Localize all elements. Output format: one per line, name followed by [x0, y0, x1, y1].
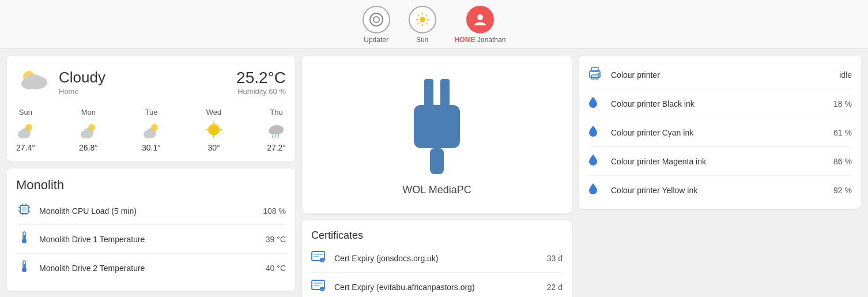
cert-row-1: ✓ Cert Expiry (evitabu.africanpastors.or…	[311, 273, 563, 297]
plug-icon	[397, 73, 477, 177]
forecast-icon-tue	[142, 119, 160, 141]
svg-point-1	[373, 17, 379, 22]
weather-header: Cloudy Home 25.2°C Humidity 60 %	[16, 65, 286, 99]
printer-black-label: Colour printer Black ink	[611, 99, 827, 108]
svg-rect-63	[314, 285, 319, 286]
person-icon	[473, 12, 488, 27]
printer-row-magenta: Colour printer Magenta ink 86 %	[588, 147, 852, 176]
svg-point-11	[477, 14, 483, 20]
metric-row-drive2: Monolith Drive 2 Temperature 40 °C	[16, 254, 286, 282]
printer-magenta-label: Colour printer Magenta ink	[611, 157, 827, 166]
svg-point-18	[18, 130, 26, 138]
nav-item-jonathan[interactable]: HOME Jonathan	[455, 6, 506, 44]
printer-icon	[588, 67, 604, 82]
forecast-day-name-0: Sun	[19, 108, 32, 116]
printer-yellow-value: 92 %	[833, 186, 852, 195]
svg-rect-54	[414, 105, 460, 148]
svg-rect-57	[314, 254, 323, 255]
cpu-value: 108 %	[263, 206, 286, 216]
temperature-value: 25.2°C	[236, 69, 286, 87]
wol-label: WOL MediaPC	[402, 184, 471, 196]
svg-rect-51	[24, 264, 25, 269]
svg-point-22	[88, 124, 95, 131]
cert-value-1: 22 d	[547, 283, 563, 292]
svg-rect-52	[424, 79, 433, 108]
cert-icon-1: ✓	[311, 280, 327, 294]
forecast-day-name-4: Thu	[270, 108, 282, 116]
nav-item-updater[interactable]: Updater	[363, 6, 390, 44]
svg-point-69	[598, 73, 599, 75]
cert-row-0: ✓ Cert Expiry (jonsdocs.org.uk) 33 d	[311, 244, 563, 273]
svg-line-8	[426, 23, 427, 24]
jonathan-label: HOME Jonathan	[455, 36, 506, 44]
svg-point-2	[420, 17, 425, 22]
wol-card[interactable]: WOL MediaPC	[302, 56, 572, 213]
printer-row-cyan: Colour printer Cyan ink 61 %	[588, 118, 852, 147]
weather-card: Cloudy Home 25.2°C Humidity 60 % Sun 27.…	[7, 56, 295, 161]
svg-rect-37	[22, 207, 27, 212]
middle-column: WOL MediaPC Certificates ✓ Cert Expiry (…	[302, 56, 572, 297]
left-column: Cloudy Home 25.2°C Humidity 60 % Sun 27.…	[7, 56, 295, 297]
home-badge: HOME	[455, 36, 475, 44]
printer-row-black: Colour printer Black ink 18 %	[588, 89, 852, 118]
nav-item-sun[interactable]: Sun	[409, 6, 436, 44]
cert-label-1: Cert Expiry (evitabu.africanpastors.org)	[334, 283, 540, 292]
sun-icon-circle	[409, 6, 436, 33]
svg-rect-48	[24, 235, 25, 240]
svg-line-35	[278, 134, 279, 138]
ink-drop-black-icon	[588, 96, 604, 111]
printer-yellow-label: Colour printer Yellow ink	[611, 186, 827, 195]
forecast-day-name-2: Tue	[145, 108, 157, 116]
forecast-temp-0: 27.4°	[16, 143, 35, 152]
metric-row-drive1: Monolith Drive 1 Temperature 39 °C	[16, 225, 286, 254]
ink-drop-cyan-icon	[588, 125, 604, 140]
svg-point-21	[81, 130, 89, 138]
printer-cyan-label: Colour printer Cyan ink	[611, 128, 827, 137]
updater-icon-circle	[363, 6, 390, 33]
drive2-label: Monolith Drive 2 Temperature	[39, 264, 259, 273]
certificates-card: Certificates ✓ Cert Expiry (jonsdocs.org…	[302, 220, 572, 297]
svg-point-19	[25, 124, 32, 131]
svg-rect-58	[314, 256, 319, 257]
forecast-day-tue: Tue 30.1°	[142, 108, 161, 152]
weather-location-text: Cloudy Home	[59, 69, 105, 96]
thermometer-icon-1	[16, 231, 32, 247]
updater-icon	[369, 12, 384, 27]
sun-label: Sun	[416, 36, 428, 44]
svg-point-16	[33, 77, 47, 88]
cpu-icon	[16, 203, 32, 219]
forecast-temp-2: 30.1°	[142, 143, 161, 152]
svg-line-34	[275, 134, 276, 138]
printer-row-yellow: Colour printer Yellow ink 92 %	[588, 176, 852, 204]
svg-rect-62	[314, 283, 323, 284]
right-column: Colour printer idle Colour printer Black…	[579, 56, 861, 297]
cert-value-0: 33 d	[547, 254, 563, 263]
printer-magenta-value: 86 %	[833, 157, 852, 166]
cert-label-0: Cert Expiry (jonsdocs.org.uk)	[334, 254, 540, 263]
svg-line-10	[418, 23, 419, 24]
top-navigation: Updater Sun HOME Jon	[0, 0, 868, 49]
svg-rect-53	[440, 79, 450, 108]
printer-row-status: Colour printer idle	[588, 61, 852, 89]
ink-drop-magenta-icon	[588, 153, 604, 169]
svg-point-26	[208, 124, 220, 136]
drive1-label: Monolith Drive 1 Temperature	[39, 235, 259, 244]
svg-point-24	[144, 130, 152, 138]
forecast-icon-sun	[16, 119, 35, 141]
certificates-title: Certificates	[311, 230, 563, 242]
humidity-value: Humidity 60 %	[236, 87, 286, 96]
jonathan-icon-circle	[466, 6, 494, 33]
weather-home-label: Home	[59, 87, 79, 96]
forecast-temp-4: 27.2°	[267, 143, 286, 152]
sun-icon	[415, 12, 430, 27]
cert-icon-0: ✓	[311, 251, 327, 265]
forecast-temp-1: 26.8°	[79, 143, 98, 152]
forecast-day-name-3: Wed	[206, 108, 222, 116]
forecast-day-sun: Sun 27.4°	[16, 108, 35, 152]
cpu-label: Monolith CPU Load (5 min)	[39, 206, 256, 216]
svg-text:✓: ✓	[321, 259, 324, 262]
svg-line-9	[426, 15, 427, 16]
monolith-title: Monolith	[16, 178, 286, 193]
updater-label: Updater	[364, 36, 388, 44]
forecast-icon-wed	[205, 119, 223, 141]
